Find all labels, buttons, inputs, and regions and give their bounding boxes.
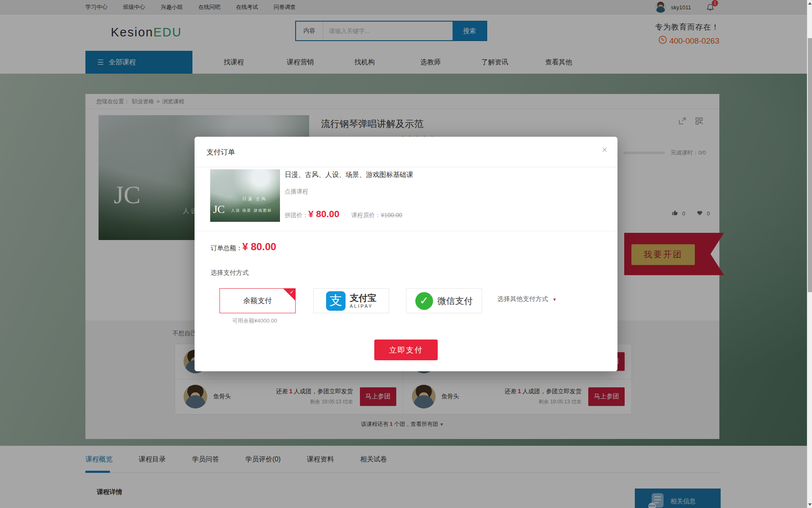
balance-pay-label: 余额支付 [243,296,272,306]
scrollbar-down-arrow-icon[interactable] [808,503,812,506]
payment-option-alipay[interactable]: 支 支付宝 ALIPAY [313,288,389,313]
modal-divider [195,231,617,231]
wechat-pay-label: 微信支付 [437,295,473,307]
thumb-caption-2: 人设 场景 游戏图标 [231,208,272,213]
alipay-label-en: ALIPAY [350,304,376,309]
payment-method-label: 选择支付方式 [211,269,249,277]
thumb-caption-1: 日漫 古风 [242,196,267,202]
payment-option-wechat[interactable]: ✓ 微信支付 [406,288,482,313]
scrollbar-thumb[interactable] [808,38,812,292]
modal-course-name: 日漫、古风、人设、场景、游戏图标基础课 [285,171,413,179]
modal-header: 支付订单 × [195,137,617,167]
other-payment-methods[interactable]: 选择其他支付方式 ▼ [497,295,557,303]
close-icon[interactable]: × [602,145,607,155]
check-icon: ✓ [290,289,294,295]
pay-now-button[interactable]: 立即支付 [374,340,438,360]
scrollbar[interactable] [807,0,812,508]
order-total-value: ¥ 80.00 [242,241,276,253]
group-price-value: ¥ 80.00 [308,209,339,220]
available-balance: 可用余额¥4000.00 [232,317,277,325]
group-price-label: 拼团价： [285,212,308,219]
alipay-icon: 支 [326,291,346,311]
scrollbar-up-arrow-icon[interactable] [808,2,812,5]
modal-title: 支付订单 [206,147,235,157]
payment-modal: 支付订单 × JC 日漫 古风 人设 场景 游戏图标 日漫、古风、人设、场景、游… [195,137,617,371]
modal-course-thumbnail: JC 日漫 古风 人设 场景 游戏图标 [210,169,280,222]
chevron-down-icon: ▼ [552,297,557,302]
alipay-label-cn: 支付宝 [350,293,376,302]
original-price-value: ¥100.00 [381,212,402,218]
other-payment-label: 选择其他支付方式 [497,295,548,302]
original-price-label: 课程原价： [351,212,381,219]
order-total-label: 订单总额： [211,244,242,252]
modal-course-type: 点播课程 [285,188,308,196]
wechat-pay-icon: ✓ [415,292,433,310]
thumb-watermark: JC [213,203,225,216]
payment-option-balance[interactable]: 余额支付 ✓ [219,288,296,313]
